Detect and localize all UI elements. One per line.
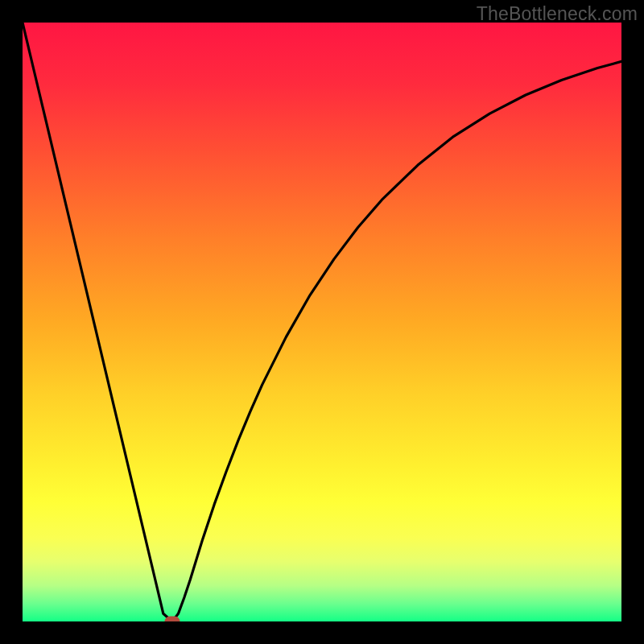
curve-line xyxy=(23,23,621,621)
minimum-marker xyxy=(165,617,180,622)
watermark-text: TheBottleneck.com xyxy=(477,3,638,25)
plot-area xyxy=(23,23,621,621)
chart-frame: TheBottleneck.com xyxy=(0,0,644,644)
